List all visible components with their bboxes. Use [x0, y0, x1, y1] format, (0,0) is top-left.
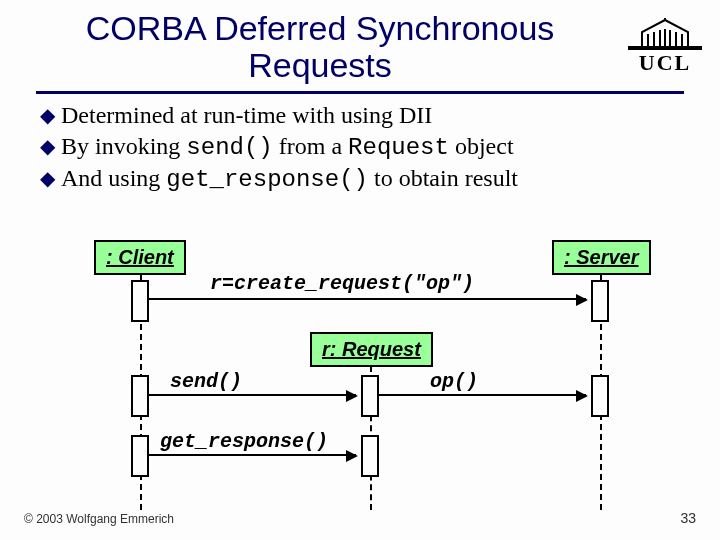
page-number: 33 — [680, 510, 696, 526]
title-line-1: CORBA Deferred Synchronous — [86, 9, 555, 47]
msg-send: send() — [170, 370, 242, 393]
diamond-icon: ◆ — [40, 104, 55, 126]
msg-get-response: get_response() — [160, 430, 328, 453]
diamond-icon: ◆ — [40, 135, 55, 157]
dome-icon — [638, 18, 692, 48]
request-activation-1 — [361, 375, 379, 417]
server-activation-2 — [591, 375, 609, 417]
diamond-icon: ◆ — [40, 167, 55, 189]
client-object: : Client — [94, 240, 186, 275]
arrow-get-response — [148, 454, 356, 456]
client-activation-1 — [131, 280, 149, 322]
arrow-create — [148, 298, 586, 300]
title-rule — [36, 91, 684, 94]
slide-title: CORBA Deferred Synchronous Requests — [0, 0, 720, 89]
request-object: r: Request — [310, 332, 433, 367]
logo-text: UCL — [628, 50, 702, 76]
ucl-logo: UCL — [628, 18, 702, 76]
bullet-list: ◆Determined at run-time with using DII ◆… — [40, 102, 680, 193]
title-line-2: Requests — [248, 46, 392, 84]
arrow-op — [378, 394, 586, 396]
msg-create-request: r=create_request("op") — [210, 272, 474, 295]
server-activation-1 — [591, 280, 609, 322]
bullet-2: ◆By invoking send() from a Request objec… — [40, 133, 680, 161]
arrow-send — [148, 394, 356, 396]
server-object: : Server — [552, 240, 651, 275]
client-activation-2 — [131, 375, 149, 417]
copyright: © 2003 Wolfgang Emmerich — [24, 512, 174, 526]
request-activation-2 — [361, 435, 379, 477]
sequence-diagram: : Client : Server r: Request r=create_re… — [60, 240, 660, 510]
msg-op: op() — [430, 370, 478, 393]
bullet-3: ◆And using get_response() to obtain resu… — [40, 165, 680, 193]
client-activation-3 — [131, 435, 149, 477]
bullet-1: ◆Determined at run-time with using DII — [40, 102, 680, 129]
